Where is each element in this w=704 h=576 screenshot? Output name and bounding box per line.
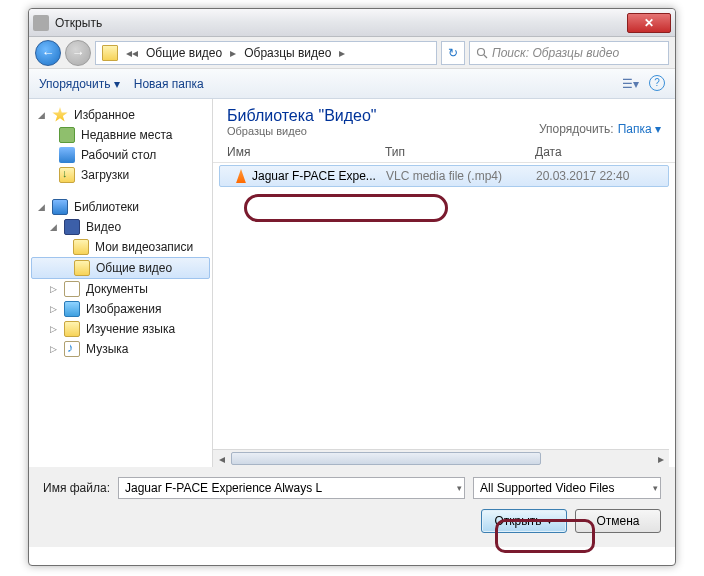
chevron-right-icon[interactable]: ◂◂ <box>124 46 140 60</box>
sort-dropdown[interactable]: Папка ▾ <box>618 122 661 136</box>
open-button[interactable]: Открыть ▼ <box>481 509 567 533</box>
sidebar: ◢Избранное Недавние места Рабочий стол З… <box>29 99 213 467</box>
back-button[interactable]: ← <box>35 40 61 66</box>
star-icon <box>52 107 68 123</box>
libraries-icon <box>52 199 68 215</box>
open-file-dialog: Открыть ✕ ← → ◂◂ Общие видео ▸ Образцы в… <box>28 8 676 566</box>
titlebar[interactable]: Открыть ✕ <box>29 9 675 37</box>
breadcrumb-seg-1[interactable]: Общие видео <box>142 46 226 60</box>
svg-point-0 <box>478 48 485 55</box>
documents-icon <box>64 281 80 297</box>
sidebar-recent[interactable]: Недавние места <box>29 125 212 145</box>
horizontal-scrollbar[interactable]: ◂ ▸ <box>213 449 669 467</box>
toolbar: Упорядочить ▾ Новая папка ☰▾ ? <box>29 69 675 99</box>
chevron-right-icon: ▸ <box>228 46 238 60</box>
folder-icon <box>74 260 90 276</box>
sidebar-music[interactable]: ▷Музыка <box>29 339 212 359</box>
breadcrumb-seg-2[interactable]: Образцы видео <box>240 46 335 60</box>
sidebar-desktop[interactable]: Рабочий стол <box>29 145 212 165</box>
filename-label: Имя файла: <box>43 481 110 495</box>
sidebar-language[interactable]: ▷Изучение языка <box>29 319 212 339</box>
folder-icon <box>73 239 89 255</box>
video-icon <box>64 219 80 235</box>
downloads-icon <box>59 167 75 183</box>
sidebar-favorites[interactable]: ◢Избранное <box>29 105 212 125</box>
content-pane: Библиотека "Видео" Образцы видео Упорядо… <box>213 99 675 467</box>
sidebar-downloads[interactable]: Загрузки <box>29 165 212 185</box>
filetype-dropdown[interactable]: All Supported Video Files▾ <box>473 477 661 499</box>
library-title: Библиотека "Видео" <box>227 107 539 125</box>
svg-line-1 <box>484 55 487 58</box>
col-type[interactable]: Тип <box>385 145 535 159</box>
recent-icon <box>59 127 75 143</box>
window-title: Открыть <box>55 16 627 30</box>
chevron-down-icon[interactable]: ▾ <box>653 483 658 493</box>
folder-icon <box>102 45 118 61</box>
column-headers[interactable]: Имя Тип Дата <box>213 141 675 163</box>
view-options-icon[interactable]: ☰▾ <box>621 75 639 93</box>
file-name: Jaguar F-PACE Expe... <box>252 169 376 183</box>
forward-button[interactable]: → <box>65 40 91 66</box>
organize-menu[interactable]: Упорядочить ▾ <box>39 77 120 91</box>
scroll-thumb[interactable] <box>231 452 541 465</box>
library-subtitle: Образцы видео <box>227 125 539 137</box>
app-icon <box>33 15 49 31</box>
breadcrumb[interactable]: ◂◂ Общие видео ▸ Образцы видео ▸ <box>95 41 437 65</box>
sidebar-video[interactable]: ◢Видео <box>29 217 212 237</box>
footer: Имя файла: Jaguar F-PACE Experience Alwa… <box>29 467 675 547</box>
chevron-down-icon[interactable]: ▾ <box>457 483 462 493</box>
sidebar-documents[interactable]: ▷Документы <box>29 279 212 299</box>
vlc-icon <box>234 169 248 183</box>
file-date: 20.03.2017 22:40 <box>536 169 668 183</box>
file-type: VLC media file (.mp4) <box>386 169 536 183</box>
chevron-right-icon: ▸ <box>337 46 347 60</box>
refresh-button[interactable]: ↻ <box>441 41 465 65</box>
sidebar-my-video[interactable]: Мои видеозаписи <box>29 237 212 257</box>
scroll-right-icon[interactable]: ▸ <box>652 450 669 467</box>
images-icon <box>64 301 80 317</box>
sidebar-libraries[interactable]: ◢Библиотеки <box>29 197 212 217</box>
new-folder-button[interactable]: Новая папка <box>134 77 204 91</box>
col-name[interactable]: Имя <box>227 145 385 159</box>
cancel-button[interactable]: Отмена <box>575 509 661 533</box>
close-button[interactable]: ✕ <box>627 13 671 33</box>
search-placeholder: Поиск: Образцы видео <box>492 46 619 60</box>
nav-row: ← → ◂◂ Общие видео ▸ Образцы видео ▸ ↻ П… <box>29 37 675 69</box>
folder-icon <box>64 321 80 337</box>
sidebar-shared-video[interactable]: Общие видео <box>31 257 210 279</box>
desktop-icon <box>59 147 75 163</box>
sort-label: Упорядочить: <box>539 122 614 136</box>
col-date[interactable]: Дата <box>535 145 675 159</box>
search-icon <box>476 47 488 59</box>
music-icon <box>64 341 80 357</box>
file-row[interactable]: Jaguar F-PACE Expe... VLC media file (.m… <box>219 165 669 187</box>
search-input[interactable]: Поиск: Образцы видео <box>469 41 669 65</box>
scroll-left-icon[interactable]: ◂ <box>213 450 230 467</box>
filename-input[interactable]: Jaguar F-PACE Experience Always L▾ <box>118 477 465 499</box>
file-list[interactable]: Jaguar F-PACE Expe... VLC media file (.m… <box>213 163 675 449</box>
help-icon[interactable]: ? <box>649 75 665 91</box>
sidebar-images[interactable]: ▷Изображения <box>29 299 212 319</box>
